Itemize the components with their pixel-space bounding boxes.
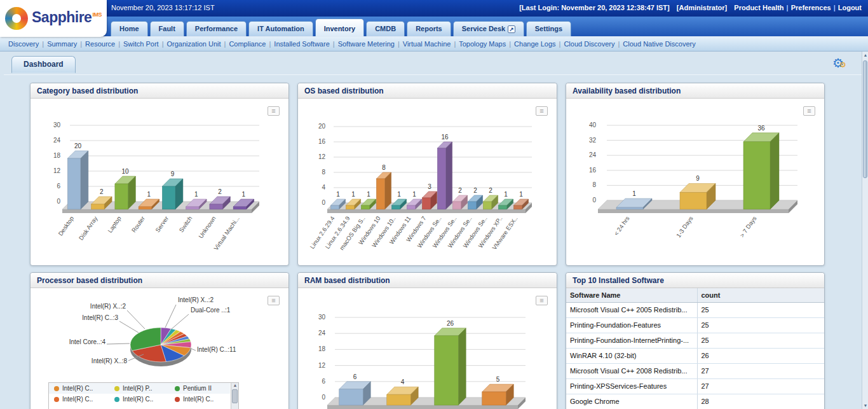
legend-label: Intel(R) C.. — [62, 385, 93, 392]
subnav-item-software-metering[interactable]: Software Metering — [338, 40, 395, 48]
legend-color-dot — [175, 397, 180, 402]
subnav-item-discovery[interactable]: Discovery — [8, 40, 39, 48]
column-header-software-name[interactable]: Software Name — [566, 288, 697, 302]
panel-title: Processor based distribution — [37, 276, 142, 285]
tab-reports[interactable]: Reports — [407, 21, 451, 36]
panel-top-installed-software: Top 10 Installed Software Software Namec… — [566, 272, 825, 409]
table-row[interactable]: Printing-XPSServices-Features27 — [566, 378, 824, 394]
table-row[interactable]: Microsoft Visual C++ 2005 Redistrib...25 — [566, 302, 824, 317]
svg-text:Laptop: Laptop — [106, 215, 123, 234]
svg-text:4: 4 — [322, 184, 325, 191]
link-preferences[interactable]: Preferences — [791, 4, 831, 11]
subnav-item-virtual-machine[interactable]: Virtual Machine — [403, 40, 451, 48]
svg-text:30: 30 — [318, 314, 326, 321]
table-cell: 27 — [697, 363, 824, 378]
subnav-item-switch-port[interactable]: Switch Port — [123, 40, 159, 48]
tab-performance[interactable]: Performance — [186, 21, 247, 36]
tab-home[interactable]: Home — [111, 21, 148, 36]
svg-text:Desktop: Desktop — [57, 215, 75, 237]
legend-color-dot — [114, 397, 119, 402]
subnav-item-cloud-native-discovery[interactable]: Cloud Native Discovery — [623, 40, 695, 48]
page-scrollbar[interactable]: ▲ ▼ — [862, 52, 868, 409]
tab-cmdb[interactable]: CMDB — [366, 21, 405, 36]
chart-menu-icon[interactable]: ≡ — [536, 296, 548, 305]
subnav-item-installed-software[interactable]: Installed Software — [274, 40, 329, 48]
link-product-health[interactable]: Product Health — [734, 4, 783, 11]
table-row[interactable]: Printing-Foundation-Features25 — [566, 317, 824, 333]
sapphire-logo-text: SapphireIMS — [32, 9, 102, 26]
separator: | — [834, 4, 836, 11]
tab-inventory[interactable]: Inventory — [315, 18, 365, 36]
subnav-item-change-logs[interactable]: Change Logs — [514, 40, 555, 48]
svg-text:26: 26 — [447, 320, 454, 327]
subnav-item-organization-unit[interactable]: Organization Unit — [167, 40, 221, 48]
legend-color-dot — [114, 386, 119, 391]
chart-menu-icon[interactable]: ≡ — [536, 106, 548, 116]
svg-text:Switch: Switch — [177, 215, 193, 233]
tab-label: Fault — [159, 25, 175, 32]
table-row[interactable]: Google Chrome28 — [566, 394, 824, 409]
table-row[interactable]: WinRAR 4.10 (32-bit)26 — [566, 348, 824, 363]
svg-text:1-3 Days: 1-3 Days — [675, 215, 695, 239]
svg-text:2: 2 — [473, 187, 477, 194]
table-row[interactable]: Printing-Foundation-InternetPrinting-...… — [566, 333, 824, 348]
scroll-up-icon[interactable]: ▲ — [862, 53, 868, 57]
panel-header: Processor based distribution — [31, 273, 288, 288]
tab-label: Service Desk — [462, 25, 506, 32]
svg-text:5: 5 — [496, 376, 500, 383]
table-row[interactable]: Microsoft Visual C++ 2008 Redistrib...27 — [566, 363, 824, 378]
subnav-item-cloud-discovery[interactable]: Cloud Discovery — [564, 40, 614, 48]
legend-item: Intel(R) C.. — [49, 394, 109, 405]
legend-scroll-thumb[interactable] — [232, 389, 238, 403]
tab-it-automation[interactable]: IT Automation — [248, 21, 313, 36]
tab-settings[interactable]: Settings — [526, 21, 571, 36]
svg-text:8: 8 — [322, 169, 325, 176]
svg-text:30: 30 — [53, 121, 61, 128]
subnav-item-topology-maps[interactable]: Topology Maps — [459, 40, 506, 48]
scroll-up-icon[interactable]: ▲ — [231, 383, 239, 387]
separator: | — [269, 40, 271, 48]
page-scroll-thumb[interactable] — [863, 60, 867, 178]
subnav-item-summary[interactable]: Summary — [47, 40, 77, 48]
table-cell: 25 — [697, 317, 824, 333]
table-cell: WinRAR 4.10 (32-bit) — [566, 348, 697, 363]
panel-header: Category based distribution — [31, 83, 288, 99]
legend-color-dot — [54, 397, 59, 402]
svg-text:Server: Server — [154, 215, 170, 233]
svg-text:1: 1 — [351, 191, 355, 198]
svg-text:Intel(R) C..:11: Intel(R) C..:11 — [197, 346, 236, 353]
subnav-item-resource[interactable]: Resource — [85, 40, 115, 48]
svg-text:Intel(R) X..:2: Intel(R) X..:2 — [90, 303, 126, 310]
table-cell: Printing-Foundation-Features — [566, 317, 697, 333]
legend-color-dot — [175, 386, 180, 391]
table-cell: 25 — [697, 302, 824, 317]
table-cell: 25 — [697, 333, 824, 348]
tab-fault[interactable]: Fault — [150, 21, 184, 36]
chart-menu-icon[interactable]: ≡ — [268, 296, 280, 305]
svg-text:18: 18 — [318, 345, 326, 352]
tab-label: Inventory — [324, 25, 356, 32]
chart-menu-icon[interactable]: ≡ — [268, 106, 280, 116]
scroll-down-icon[interactable]: ▼ — [862, 403, 868, 408]
separator: | — [509, 40, 511, 48]
chart-menu-icon[interactable]: ≡ — [803, 106, 815, 116]
subnav-item-compliance[interactable]: Compliance — [229, 40, 266, 48]
column-header-count[interactable]: count — [697, 288, 824, 302]
user-role-text: [Administrator] — [677, 4, 727, 11]
svg-text:8: 8 — [382, 164, 386, 171]
tab-dashboard[interactable]: Dashboard — [11, 56, 76, 73]
svg-text:1: 1 — [367, 191, 370, 198]
ram-bar-chart: 061218243064265 — [298, 297, 553, 409]
svg-text:Unknown: Unknown — [197, 215, 217, 240]
svg-text:6: 6 — [57, 183, 60, 190]
svg-text:3: 3 — [428, 183, 431, 190]
os-bar-chart: 0481216201Linux 2.6.29.41Linux 2.6.34.91… — [298, 107, 553, 263]
svg-text:36: 36 — [757, 125, 765, 132]
dashboard-settings-gear-icon[interactable]: ⚙ ⚙ — [832, 55, 848, 71]
sapphire-logo[interactable]: SapphireIMS — [0, 0, 107, 37]
svg-text:2: 2 — [489, 187, 492, 194]
separator: | — [454, 40, 456, 48]
tab-service-desk[interactable]: Service Desk↗ — [453, 21, 524, 36]
link-logout[interactable]: Logout — [838, 4, 862, 11]
legend-scrollbar[interactable]: ▲ ▼ — [231, 383, 238, 409]
